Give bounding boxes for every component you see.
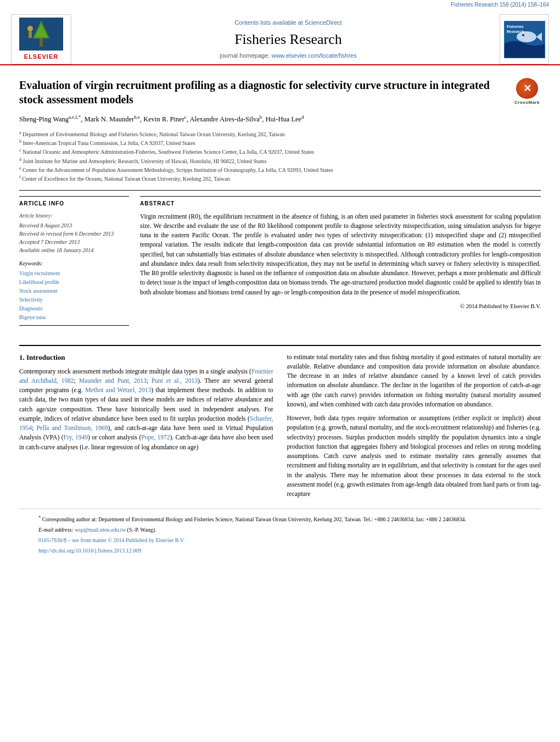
page: Fisheries Research 158 (2014) 158–164 EL… bbox=[0, 0, 560, 742]
keyword-2: Likelihood profile bbox=[19, 278, 129, 287]
abstract-column: ABSTRACT Virgin recruitment (R0), the eq… bbox=[140, 196, 541, 326]
ref-methot[interactable]: Methot and Wetzel, 2013 bbox=[85, 387, 151, 393]
svg-rect-5 bbox=[29, 31, 32, 38]
elsevier-logo-box: ELSEVIER bbox=[11, 14, 71, 64]
ref-maunder-punt[interactable]: Maunder and Punt, 2013 bbox=[79, 377, 147, 384]
article-history: Article history: Received 8 August 2013 … bbox=[19, 212, 129, 254]
revised-date: Received in revised form 6 December 2013 bbox=[19, 230, 129, 238]
email-link[interactable]: wsp@mail.ntou.edu.tw bbox=[75, 527, 126, 533]
history-title: Article history: bbox=[19, 212, 129, 220]
ref-pope[interactable]: Pope, 1972 bbox=[141, 434, 170, 440]
abstract-label: ABSTRACT bbox=[140, 200, 541, 208]
body-col-right: to estimate total mortality rates and th… bbox=[287, 353, 541, 504]
keyword-4: Selectivity bbox=[19, 295, 129, 304]
ref-fry[interactable]: Fry, 1949 bbox=[63, 434, 88, 440]
fisheries-logo-box: Fisheries Research bbox=[500, 14, 549, 64]
keywords-title: Keywords: bbox=[19, 260, 129, 267]
body-divider bbox=[19, 345, 541, 346]
affiliation-c: c National Oceanic and Atmospheric Admin… bbox=[19, 147, 541, 156]
email-note: E-mail address: wsp@mail.ntou.edu.tw (S.… bbox=[38, 526, 522, 534]
sciencedirect-link[interactable]: ScienceDirect bbox=[305, 19, 342, 26]
abstract-section: ABSTRACT Virgin recruitment (R0), the eq… bbox=[140, 196, 541, 311]
journal-header: ELSEVIER Contents lists available at Sci… bbox=[0, 10, 560, 65]
fisheries-logo-image: Fisheries Research bbox=[504, 21, 545, 58]
journal-homepage-link[interactable]: www.elsevier.com/locate/fishres bbox=[271, 52, 356, 59]
keyword-1: Virgin recruitment bbox=[19, 269, 129, 278]
corresponding-author-note: * Corresponding author at: Department of… bbox=[38, 515, 522, 523]
issn-line: 0165-7836/$ – see front matter © 2014 Pu… bbox=[38, 537, 522, 544]
doi-line: http://dx.doi.org/10.1016/j.fishres.2013… bbox=[38, 547, 522, 555]
info-abstract-columns: ARTICLE INFO Article history: Received 8… bbox=[19, 196, 541, 326]
body-columns: 1. Introduction Contemporary stock asses… bbox=[19, 353, 541, 504]
ref-punt[interactable]: Punt et al., 2013 bbox=[152, 377, 198, 384]
article-info-section: ARTICLE INFO Article history: Received 8… bbox=[19, 196, 129, 326]
footer-notes: * Corresponding author at: Department of… bbox=[19, 509, 541, 560]
body-col-left: 1. Introduction Contemporary stock asses… bbox=[19, 353, 273, 504]
section1-heading: 1. Introduction bbox=[19, 353, 273, 362]
journal-center: Contents lists available at ScienceDirec… bbox=[77, 14, 500, 64]
doi-link[interactable]: http://dx.doi.org/10.1016/j.fishres.2013… bbox=[38, 548, 141, 554]
affiliation-f: f Center of Excellence for the Oceans, N… bbox=[19, 174, 541, 183]
section1-para2: to estimate total mortality rates and th… bbox=[287, 353, 541, 410]
journal-title-header: Fisheries Research bbox=[234, 30, 342, 49]
section1-para3: However, both data types require informa… bbox=[287, 414, 541, 499]
crossmark-circle bbox=[516, 78, 538, 99]
journal-number-line: Fisheries Research 158 (2014) 158–164 bbox=[0, 0, 560, 10]
ref-fournier[interactable]: Fournier and Archibald, 1982 bbox=[19, 368, 273, 384]
abstract-text: Virgin recruitment (R0), the equilibrium… bbox=[140, 212, 541, 297]
crossmark: CrossMark bbox=[513, 78, 541, 105]
keyword-6: Bigeye tuna bbox=[19, 313, 129, 322]
affiliations: a Department of Environmental Biology an… bbox=[19, 130, 541, 183]
article-content: Evaluation of virgin recruitment profili… bbox=[0, 65, 560, 336]
article-info-label: ARTICLE INFO bbox=[19, 200, 129, 208]
affiliation-b: b Inter-American Tropical Tuna Commissio… bbox=[19, 138, 541, 147]
affiliation-d: d Joint Institute for Marine and Atmosph… bbox=[19, 157, 541, 165]
crossmark-label: CrossMark bbox=[514, 100, 540, 105]
sciencedirect-line: Contents lists available at ScienceDirec… bbox=[234, 19, 342, 27]
elsevier-logo-image bbox=[19, 18, 63, 51]
journal-homepage: journal homepage: www.elsevier.com/locat… bbox=[220, 52, 356, 60]
authors-line: Sheng-Ping Wanga,e,f,*, Mark N. Maunderb… bbox=[19, 113, 541, 125]
keyword-5: Diagnostic bbox=[19, 304, 129, 313]
article-info-column: ARTICLE INFO Article history: Received 8… bbox=[19, 196, 129, 326]
svg-text:Research: Research bbox=[507, 30, 524, 34]
section1-para1: Contemporary stock assessment methods in… bbox=[19, 367, 273, 452]
ref-pella[interactable]: Pella and Tomlinson, 1969 bbox=[36, 425, 108, 431]
available-date: Available online 18 January 2014 bbox=[19, 246, 129, 254]
elsevier-label: ELSEVIER bbox=[24, 53, 58, 61]
svg-point-9 bbox=[522, 34, 524, 36]
affiliation-e: e Center for the Advancement of Populati… bbox=[19, 165, 541, 174]
article-title: Evaluation of virgin recruitment profili… bbox=[19, 78, 541, 107]
keyword-3: Stock assessment bbox=[19, 287, 129, 295]
keywords-section: Keywords: Virgin recruitment Likelihood … bbox=[19, 260, 129, 322]
svg-point-4 bbox=[27, 26, 33, 31]
header-divider bbox=[19, 190, 541, 191]
received-date: Received 8 August 2013 bbox=[19, 221, 129, 230]
main-body: 1. Introduction Contemporary stock asses… bbox=[0, 337, 560, 571]
copyright-line: © 2014 Published by Elsevier B.V. bbox=[140, 303, 541, 311]
accepted-date: Accepted 7 December 2013 bbox=[19, 238, 129, 246]
svg-text:Fisheries: Fisheries bbox=[507, 25, 524, 29]
affiliation-a: a Department of Environmental Biology an… bbox=[19, 130, 541, 138]
